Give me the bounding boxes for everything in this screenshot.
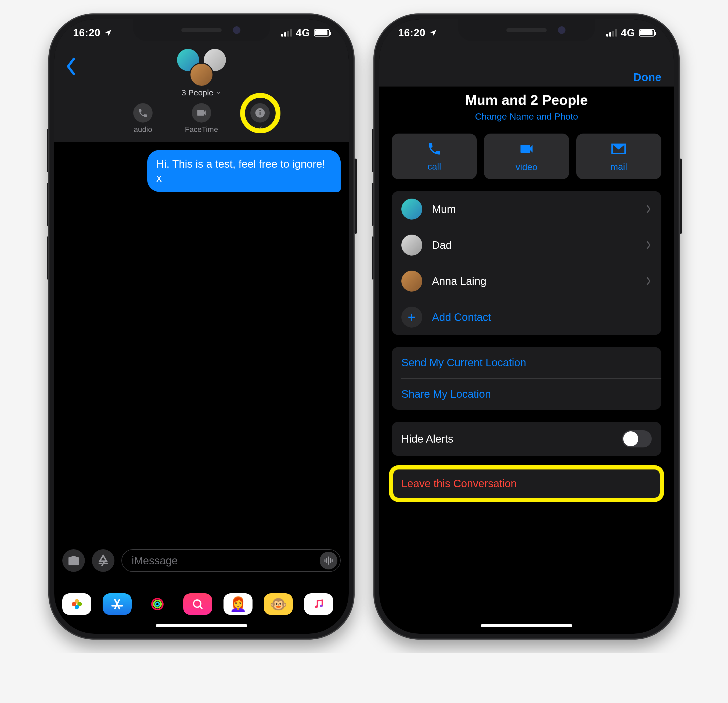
mail-button[interactable]: mail — [576, 133, 662, 179]
notch — [133, 19, 270, 41]
call-label: call — [428, 161, 441, 172]
hide-alerts-label: Hide Alerts — [402, 433, 453, 445]
screen-messages: 16:20 4G 3 People — [54, 19, 349, 634]
group-avatars[interactable] — [54, 48, 349, 88]
audio-message-button[interactable] — [320, 552, 337, 570]
avatar — [402, 270, 422, 292]
camera-button[interactable] — [62, 549, 85, 572]
contact-action-row: call video mail — [391, 133, 662, 179]
message-input[interactable]: iMessage — [121, 549, 341, 572]
avatar — [402, 198, 422, 220]
video-label: video — [516, 162, 537, 172]
header-actions: audio FaceTime info — [54, 100, 349, 142]
mail-icon — [611, 141, 627, 157]
chevron-right-icon — [645, 240, 652, 250]
status-time: 16:20 — [398, 27, 426, 39]
group-name-label: 3 People — [182, 88, 213, 97]
message-placeholder: iMessage — [131, 555, 178, 567]
svg-point-2 — [259, 110, 261, 111]
avatar — [189, 63, 214, 87]
member-row[interactable]: Mum — [391, 191, 662, 227]
chevron-down-icon — [215, 90, 221, 95]
video-button[interactable]: video — [484, 133, 569, 179]
share-location-row[interactable]: Share My Location — [391, 378, 662, 410]
message-list[interactable]: Hi. This is a test, feel free to ignore!… — [54, 142, 349, 192]
avatar — [402, 234, 422, 256]
location-icon — [104, 29, 112, 37]
send-location-row[interactable]: Send My Current Location — [391, 347, 662, 378]
app-memoji[interactable]: 👩‍🦰 — [224, 593, 253, 615]
app-music[interactable] — [304, 593, 333, 615]
video-icon — [519, 141, 534, 157]
mail-label: mail — [610, 162, 627, 172]
app-appstore[interactable] — [103, 593, 131, 615]
location-icon — [429, 29, 437, 37]
app-find[interactable] — [183, 593, 212, 615]
info-icon — [254, 107, 266, 119]
facetime-label: FaceTime — [185, 125, 218, 134]
waveform-icon — [323, 555, 334, 566]
phone-left: 16:20 4G 3 People — [48, 13, 355, 639]
camera-icon — [68, 554, 80, 567]
done-button[interactable]: Done — [633, 71, 662, 84]
svg-point-18 — [320, 605, 323, 608]
app-store-icon — [97, 554, 110, 567]
info-label: info — [254, 125, 266, 134]
member-row[interactable]: Anna Laing — [391, 263, 662, 299]
outgoing-message[interactable]: Hi. This is a test, feel free to ignore!… — [147, 150, 341, 192]
home-indicator[interactable] — [156, 624, 247, 627]
hide-alerts-toggle[interactable] — [622, 430, 652, 447]
hide-alerts-row: Hide Alerts — [391, 422, 662, 456]
app-photos[interactable] — [62, 593, 91, 615]
battery-icon — [639, 29, 655, 36]
svg-line-16 — [200, 606, 202, 609]
video-icon — [196, 107, 207, 119]
plus-icon: + — [402, 307, 422, 328]
member-row[interactable]: Dad — [391, 227, 662, 263]
status-network: 4G — [621, 27, 635, 39]
status-time: 16:20 — [73, 27, 100, 39]
chevron-right-icon — [645, 204, 652, 214]
phone-right: 16:20 4G Done Mum and 2 People Change Na… — [373, 13, 680, 639]
home-indicator[interactable] — [481, 624, 572, 627]
screen-details: 16:20 4G Done Mum and 2 People Change Na… — [379, 19, 674, 634]
member-name: Mum — [432, 203, 635, 215]
signal-icon — [281, 29, 292, 36]
add-contact-label: Add Contact — [432, 311, 652, 323]
audio-button[interactable]: audio — [133, 103, 153, 134]
audio-label: audio — [134, 125, 152, 134]
group-name-row[interactable]: 3 People — [54, 88, 349, 100]
compose-row: iMessage — [54, 549, 349, 572]
phone-icon — [137, 107, 148, 118]
app-fitness[interactable] — [143, 593, 172, 615]
svg-rect-1 — [260, 112, 261, 115]
members-list: Mum Dad Anna Laing + Add Contact — [391, 191, 662, 335]
call-button[interactable]: call — [391, 133, 477, 179]
location-actions: Send My Current Location Share My Locati… — [391, 347, 662, 410]
app-drawer[interactable]: 👩‍🦰 🐵 — [54, 593, 349, 615]
sheet-header: Done — [379, 46, 674, 87]
app-animoji[interactable]: 🐵 — [264, 593, 293, 615]
add-contact-row[interactable]: + Add Contact — [391, 299, 662, 335]
svg-point-15 — [194, 600, 201, 608]
svg-point-17 — [315, 605, 318, 608]
battery-icon — [314, 29, 330, 36]
svg-point-14 — [156, 602, 159, 606]
app-store-button[interactable] — [92, 549, 114, 572]
member-name: Anna Laing — [432, 275, 635, 287]
phone-icon — [427, 141, 442, 156]
signal-icon — [606, 29, 617, 36]
facetime-button[interactable]: FaceTime — [185, 103, 218, 134]
change-name-photo-link[interactable]: Change Name and Photo — [379, 111, 674, 122]
group-title: Mum and 2 People — [379, 92, 674, 108]
info-button[interactable]: info — [250, 103, 270, 134]
chevron-right-icon — [645, 276, 652, 286]
leave-conversation-row[interactable]: Leave this Conversation — [391, 468, 662, 499]
status-network: 4G — [296, 27, 310, 39]
member-name: Dad — [432, 239, 635, 251]
svg-point-11 — [72, 602, 76, 606]
notch — [458, 19, 595, 41]
